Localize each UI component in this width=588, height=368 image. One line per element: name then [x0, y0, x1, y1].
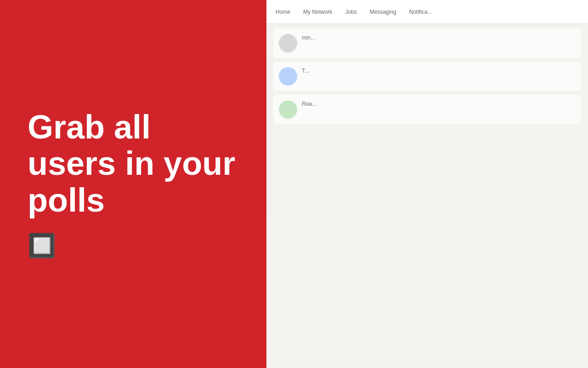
- post-1-text: min...: [302, 34, 315, 42]
- linkedin-background: Home My Network Jobs Messaging Notifica.…: [266, 0, 588, 368]
- hero-title: Grab all users in your polls: [28, 109, 239, 218]
- nav-notif-label: Notifica...: [409, 9, 432, 15]
- post-2: T...: [273, 62, 581, 91]
- post-1: min...: [273, 29, 581, 58]
- post-2-avatar: [279, 67, 297, 86]
- post-3-avatar: [279, 100, 297, 119]
- hero-section: Grab all users in your polls 🔲: [0, 0, 266, 368]
- post-3-text: Rea...: [302, 100, 317, 108]
- linkedin-nav: Home My Network Jobs Messaging Notifica.…: [266, 0, 588, 24]
- hero-icon: 🔲: [28, 232, 239, 259]
- post-3: Rea...: [273, 95, 581, 124]
- post-1-avatar: [279, 34, 297, 52]
- nav-notif: Notifica...: [409, 9, 432, 15]
- nav-jobs: Jobs: [345, 9, 356, 15]
- nav-network: My Network: [303, 9, 332, 15]
- linkedin-content: min... T... Rea...: [266, 24, 588, 132]
- nav-messaging: Messaging: [370, 9, 396, 15]
- nav-home-label: Home: [276, 9, 290, 15]
- nav-network-label: My Network: [303, 9, 332, 15]
- post-2-text: T...: [302, 67, 309, 75]
- nav-home: Home: [276, 9, 290, 15]
- nav-jobs-label: Jobs: [345, 9, 356, 15]
- nav-messaging-label: Messaging: [370, 9, 396, 15]
